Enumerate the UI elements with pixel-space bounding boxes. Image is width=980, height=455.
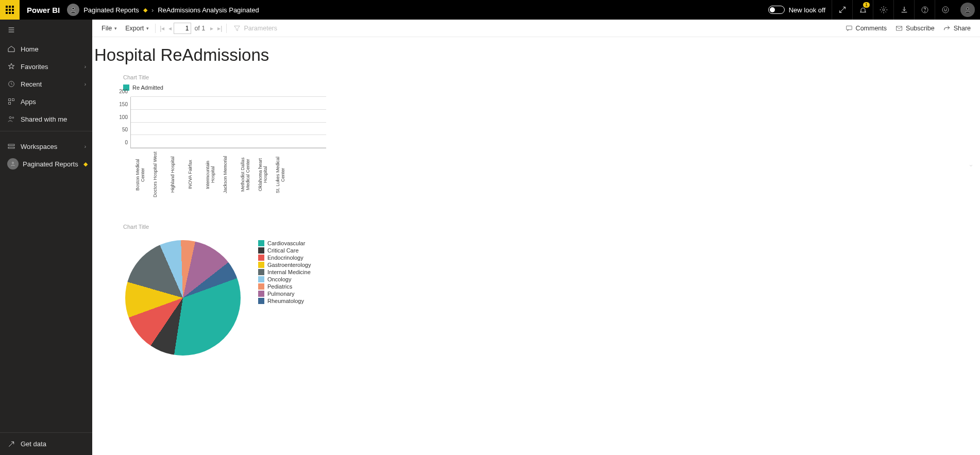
pie-legend-item: Pediatrics	[258, 283, 311, 290]
x-tick-label: St. Lukes Medical Center	[276, 151, 288, 198]
account-avatar[interactable]	[960, 3, 975, 17]
help-icon	[921, 6, 929, 14]
nav-shared-label: Shared with me	[21, 115, 67, 123]
svg-rect-15	[8, 147, 14, 148]
chevron-down-icon: ▾	[114, 26, 117, 31]
nav-apps-label: Apps	[21, 98, 36, 106]
legend-label: Endocrinology	[267, 255, 303, 261]
export-menu[interactable]: Export ▾	[121, 20, 153, 37]
share-button[interactable]: Share	[939, 20, 975, 37]
y-tick-label: 0	[125, 140, 131, 145]
x-tick-label: Jackson Memorial	[223, 151, 235, 198]
last-page-button[interactable]: ▸|	[215, 25, 224, 32]
chevron-right-icon: ›	[85, 81, 86, 87]
prev-page-button[interactable]: ◂	[166, 25, 174, 32]
nav-collapse-button[interactable]	[0, 20, 92, 40]
legend-swatch	[258, 255, 264, 261]
bar-plot-area: 050100150200	[130, 97, 326, 148]
nav-favorites-label: Favorites	[21, 63, 48, 71]
workspaces-icon	[7, 142, 15, 150]
legend-label: Pediatrics	[267, 283, 292, 290]
premium-diamond-icon: ◆	[143, 7, 147, 13]
download-button[interactable]	[893, 0, 914, 20]
feedback-button[interactable]	[935, 0, 955, 20]
x-tick-label: INOVA Fairfax	[188, 151, 200, 198]
breadcrumb-workspace[interactable]: Paginated Reports	[83, 6, 139, 14]
breadcrumb-report[interactable]: ReAdmissions Analysis Paginated	[158, 6, 259, 14]
file-menu[interactable]: File ▾	[97, 20, 121, 37]
pie-legend-item: Cardiovascular	[258, 240, 311, 246]
new-look-label: New look off	[789, 6, 832, 14]
get-data-icon	[7, 440, 15, 448]
bar-chart-legend: Re Admitted	[123, 85, 970, 91]
help-button[interactable]	[914, 0, 935, 20]
hamburger-icon	[7, 26, 15, 34]
svg-rect-11	[9, 102, 11, 104]
bar-legend-label: Re Admitted	[132, 85, 163, 91]
legend-label: Rheumatology	[267, 298, 304, 304]
settings-button[interactable]	[873, 0, 893, 20]
svg-point-16	[12, 162, 14, 164]
nav-current-workspace-label: Paginated Reports	[23, 160, 78, 168]
get-data-button[interactable]: Get data	[0, 432, 92, 455]
pie-legend-item: Oncology	[258, 276, 311, 282]
nav-shared[interactable]: Shared with me	[0, 110, 92, 128]
nav-recent-label: Recent	[21, 80, 42, 88]
pie-legend-item: Internal Medicine	[258, 269, 311, 275]
notifications-button[interactable]: 1	[852, 0, 873, 20]
next-page-button[interactable]: ▸	[208, 25, 215, 32]
filter-icon	[233, 24, 241, 32]
legend-swatch	[258, 298, 264, 304]
waffle-icon	[6, 6, 14, 14]
pie-legend-item: Gastroenterology	[258, 262, 311, 268]
svg-point-1	[883, 9, 885, 11]
clock-icon	[7, 80, 15, 88]
legend-label: Gastroenterology	[267, 262, 311, 268]
chevron-right-icon: ›	[85, 144, 86, 149]
get-data-label: Get data	[21, 440, 46, 448]
y-tick-label: 200	[119, 89, 131, 94]
legend-label: Oncology	[267, 276, 291, 282]
report-canvas: Hospital ReAdmissions Chart Title Re Adm…	[92, 37, 980, 376]
svg-point-13	[12, 117, 14, 119]
legend-label: Internal Medicine	[267, 269, 311, 275]
legend-swatch	[258, 283, 264, 290]
pie-legend-item: Critical Care	[258, 247, 311, 254]
svg-rect-18	[897, 26, 902, 30]
report-toolbar: File ▾ Export ▾ |◂ ◂ of 1 ▸ ▸| Parameter…	[92, 20, 980, 37]
svg-point-4	[942, 7, 949, 13]
legend-label: Pulmonary	[267, 291, 295, 297]
svg-point-12	[9, 116, 11, 119]
toolbar-divider	[226, 24, 227, 33]
legend-swatch	[258, 291, 264, 297]
page-number-input[interactable]	[174, 23, 191, 34]
nav-current-workspace[interactable]: Paginated Reports ◆ ⌄	[0, 155, 92, 173]
first-page-button[interactable]: |◂	[158, 25, 166, 32]
x-tick-label: Methodist Dallas Medical Center	[241, 151, 253, 198]
pie-chart-title: Chart Title	[123, 224, 970, 230]
legend-swatch	[258, 240, 264, 246]
nav-apps[interactable]: Apps	[0, 93, 92, 110]
nav-favorites[interactable]: Favorites ›	[0, 58, 92, 75]
fullscreen-button[interactable]	[832, 0, 852, 20]
person-icon	[964, 6, 972, 14]
smiley-icon	[941, 6, 950, 14]
svg-rect-10	[12, 99, 14, 101]
x-tick-label: Oklahoma heart Hospital	[258, 151, 271, 198]
parameters-button[interactable]: Parameters	[229, 20, 281, 37]
global-header: Power BI Paginated Reports ◆ › ReAdmissi…	[0, 0, 980, 20]
nav-home[interactable]: Home	[0, 40, 92, 58]
y-tick-label: 150	[119, 101, 131, 107]
app-launcher-button[interactable]	[0, 0, 20, 20]
comments-button[interactable]: Comments	[841, 20, 891, 37]
new-look-toggle[interactable]	[768, 6, 785, 14]
nav-recent[interactable]: Recent ›	[0, 75, 92, 93]
share-icon	[943, 24, 951, 32]
shared-icon	[7, 115, 15, 123]
toolbar-divider	[155, 24, 156, 33]
nav-workspaces[interactable]: Workspaces ›	[0, 138, 92, 155]
nav-workspaces-label: Workspaces	[21, 143, 57, 150]
subscribe-button[interactable]: Subscribe	[891, 20, 939, 37]
chevron-right-icon: ›	[85, 64, 86, 70]
download-icon	[900, 6, 908, 14]
